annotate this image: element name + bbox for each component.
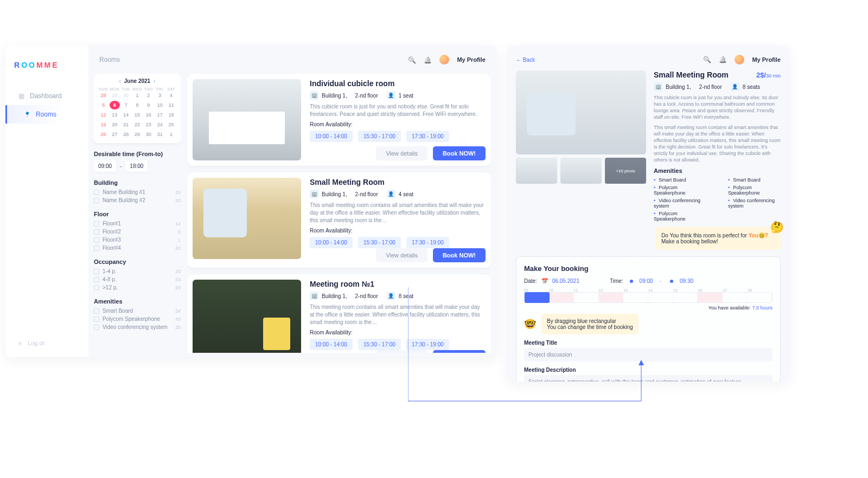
- calendar-day[interactable]: 10: [155, 101, 165, 109]
- calendar-day[interactable]: 23: [143, 120, 154, 129]
- calendar-day[interactable]: 1: [166, 130, 176, 139]
- avatar[interactable]: [735, 55, 744, 64]
- timeline-cell[interactable]: [747, 293, 772, 302]
- checkbox[interactable]: [94, 269, 99, 274]
- filter-row[interactable]: Floor#114: [94, 221, 181, 227]
- checkbox[interactable]: [94, 285, 99, 290]
- calendar-day[interactable]: 5: [98, 101, 108, 109]
- filter-row[interactable]: Name Building #220: [94, 197, 181, 203]
- notifications-icon[interactable]: [719, 56, 727, 63]
- time-from-chip[interactable]: 09:00: [94, 160, 116, 172]
- calendar[interactable]: ‹ June 2021 › SUNMONTUEWEDTHOFRISAT 2829…: [94, 74, 181, 143]
- search-icon[interactable]: [408, 55, 416, 64]
- calendar-day[interactable]: 17: [155, 111, 165, 119]
- calendar-day[interactable]: 15: [132, 111, 143, 119]
- calendar-day[interactable]: 12: [98, 111, 108, 119]
- filter-row[interactable]: Polycom Speakerphone40: [94, 316, 181, 322]
- timeline-cell[interactable]: [599, 293, 624, 302]
- calendar-day[interactable]: 9: [143, 101, 154, 109]
- cal-next-icon[interactable]: ›: [154, 79, 155, 84]
- logout-link[interactable]: ⎋ Log ot: [18, 340, 44, 346]
- view-details-button[interactable]: View details: [376, 248, 427, 262]
- calendar-day[interactable]: 31: [155, 130, 165, 139]
- thumb-more[interactable]: [605, 158, 646, 184]
- calendar-day[interactable]: 29: [132, 130, 143, 139]
- calendar-day[interactable]: 11: [166, 101, 176, 109]
- calendar-day[interactable]: 30: [143, 130, 154, 139]
- checkbox[interactable]: [94, 246, 99, 251]
- calendar-day[interactable]: 13: [110, 111, 120, 119]
- calendar-day[interactable]: 28: [121, 130, 131, 139]
- booking-timeline[interactable]: 09101112131415161718 You have available:…: [524, 288, 773, 311]
- calendar-day[interactable]: 20: [110, 120, 120, 129]
- availability-slot[interactable]: 17:30 - 19:00: [406, 339, 449, 350]
- checkbox[interactable]: [94, 198, 99, 203]
- checkbox[interactable]: [94, 325, 99, 330]
- filter-row[interactable]: >12 p.20: [94, 285, 181, 290]
- calendar-day[interactable]: 26: [98, 130, 108, 139]
- nav-dashboard[interactable]: Dashboard: [5, 87, 88, 105]
- back-link[interactable]: ← Back: [516, 57, 535, 63]
- calendar-day[interactable]: 16: [143, 111, 154, 119]
- availability-slot[interactable]: 15:30 - 17:00: [358, 131, 401, 142]
- checkbox[interactable]: [94, 229, 99, 235]
- filter-row[interactable]: Floor#31: [94, 237, 181, 243]
- cal-prev-icon[interactable]: ‹: [119, 79, 121, 84]
- calendar-day[interactable]: 19: [98, 120, 108, 129]
- avatar[interactable]: [439, 55, 449, 64]
- timeline-cell[interactable]: [648, 293, 673, 302]
- calendar-day[interactable]: 27: [110, 130, 120, 139]
- thumb-2[interactable]: [560, 158, 602, 184]
- view-details-button[interactable]: View details: [376, 350, 427, 353]
- availability-slot[interactable]: 17:30 - 19:00: [406, 131, 449, 142]
- profile-link[interactable]: My Profile: [457, 56, 486, 63]
- filter-row[interactable]: 4-8 p.24: [94, 276, 181, 282]
- date-value[interactable]: 06.05.2021: [552, 278, 579, 284]
- checkbox[interactable]: [94, 316, 99, 322]
- timeline-selection[interactable]: [525, 292, 550, 303]
- calendar-day[interactable]: 8: [132, 101, 143, 109]
- availability-slot[interactable]: 15:30 - 17:00: [358, 339, 401, 350]
- timeline-cell[interactable]: [550, 293, 575, 302]
- calendar-day[interactable]: 7: [121, 101, 131, 109]
- timeline-cell[interactable]: [723, 293, 748, 302]
- calendar-day[interactable]: 14: [121, 111, 131, 119]
- filter-row[interactable]: Video conferencing system20: [94, 324, 181, 330]
- meeting-desc-input[interactable]: Sprint planning, retrospective, call wit…: [524, 375, 773, 382]
- notifications-icon[interactable]: [424, 55, 432, 64]
- availability-slot[interactable]: 10:00 - 14:00: [310, 237, 353, 248]
- calendar-day[interactable]: 6: [110, 101, 120, 109]
- availability-slot[interactable]: 10:00 - 14:00: [310, 339, 353, 350]
- view-details-button[interactable]: View details: [376, 146, 427, 160]
- book-now-button[interactable]: Book NOW!: [433, 350, 486, 353]
- availability-slot[interactable]: 15:30 - 17:00: [358, 237, 401, 248]
- time-to-value[interactable]: 09:30: [680, 278, 693, 284]
- checkbox[interactable]: [94, 308, 99, 314]
- timeline-cell[interactable]: [574, 293, 599, 302]
- calendar-day[interactable]: 21: [121, 120, 131, 129]
- book-now-button[interactable]: Book NOW!: [433, 146, 486, 160]
- checkbox[interactable]: [94, 277, 99, 282]
- thumb-1[interactable]: [516, 158, 557, 184]
- timeline-cell[interactable]: [623, 293, 648, 302]
- book-now-button[interactable]: Book NOW!: [433, 248, 486, 262]
- filter-row[interactable]: 1-4 p.20: [94, 268, 181, 274]
- calendar-day[interactable]: 25: [166, 120, 176, 129]
- checkbox[interactable]: [94, 237, 99, 243]
- availability-slot[interactable]: 10:00 - 14:00: [310, 131, 353, 142]
- timeline-cell[interactable]: [698, 293, 723, 302]
- filter-row[interactable]: Floor#25: [94, 229, 181, 235]
- time-to-chip[interactable]: 18:00: [125, 160, 148, 172]
- nav-rooms[interactable]: Rooms: [5, 105, 88, 124]
- filter-row[interactable]: Smart Board34: [94, 308, 181, 314]
- availability-slot[interactable]: 17:30 - 19:00: [406, 237, 449, 248]
- calendar-day[interactable]: 22: [132, 120, 143, 129]
- search-icon[interactable]: [703, 56, 711, 63]
- profile-link[interactable]: My Profile: [752, 56, 781, 63]
- filter-row[interactable]: Floor#420: [94, 245, 181, 251]
- timeline-cell[interactable]: [673, 293, 698, 302]
- time-from-value[interactable]: 09:00: [640, 278, 653, 284]
- checkbox[interactable]: [94, 221, 99, 227]
- calendar-day[interactable]: 18: [166, 111, 176, 119]
- meeting-title-input[interactable]: Project discussion: [524, 348, 773, 361]
